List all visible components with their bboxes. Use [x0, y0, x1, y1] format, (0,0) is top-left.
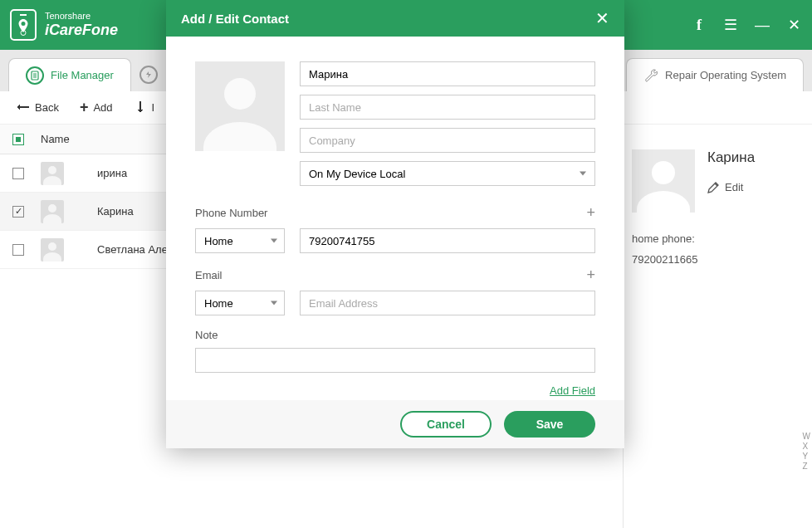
add-phone-button[interactable]: +: [586, 204, 595, 222]
email-section-label: Email: [195, 269, 223, 281]
avatar-icon: [632, 149, 695, 213]
import-button[interactable]: 🠗 I: [134, 100, 155, 115]
tab-label: Repair Operating System: [665, 69, 786, 81]
arrow-left-icon: 🠔: [17, 100, 30, 115]
detail-contact-name: Карина: [707, 149, 755, 166]
note-label: Note: [195, 329, 218, 341]
add-field-link[interactable]: Add Field: [550, 384, 595, 397]
contact-name: Карина: [97, 205, 134, 218]
plus-icon: +: [80, 99, 89, 116]
phone-label: home phone:: [632, 229, 804, 250]
alpha-letter[interactable]: W: [803, 432, 810, 441]
brand-title: iCareFone: [45, 22, 118, 40]
email-type-value: Home: [204, 297, 233, 310]
avatar-placeholder[interactable]: [195, 61, 285, 151]
modal-title: Add / Edit Contact: [181, 12, 289, 26]
alpha-letter[interactable]: Z: [803, 462, 810, 471]
brand-subtitle: Tenorshare: [45, 11, 118, 22]
edit-icon: [707, 181, 720, 193]
first-name-input[interactable]: [300, 61, 595, 86]
avatar-icon: [41, 200, 64, 223]
email-input[interactable]: [300, 291, 595, 315]
modal-header: Add / Edit Contact ✕: [166, 0, 624, 37]
file-icon: [26, 66, 44, 85]
back-button[interactable]: 🠔 Back: [17, 100, 59, 115]
location-select[interactable]: On My Device Local: [300, 161, 595, 186]
avatar-icon: [41, 162, 64, 185]
alpha-letter[interactable]: Y: [803, 452, 810, 461]
phone-value: 79200211665: [632, 250, 804, 271]
column-name: Name: [41, 133, 70, 145]
menu-icon[interactable]: ☰: [722, 16, 739, 34]
facebook-icon[interactable]: f: [691, 17, 707, 34]
close-icon[interactable]: ✕: [595, 8, 609, 28]
avatar-icon: [41, 238, 64, 262]
modal-footer: Cancel Save: [166, 400, 624, 448]
tab-repair-os[interactable]: Repair Operating System: [626, 58, 804, 91]
tab-file-manager[interactable]: File Manager: [8, 58, 131, 91]
phone-section-label: Phone Number: [195, 207, 267, 219]
tab-label: File Manager: [51, 69, 114, 81]
edit-contact-modal: Add / Edit Contact ✕ On My Device Local …: [166, 0, 624, 448]
contact-name: ирина: [97, 167, 127, 179]
note-input[interactable]: [195, 348, 595, 373]
minimize-button[interactable]: —: [754, 17, 770, 34]
alpha-letter[interactable]: X: [803, 442, 810, 451]
phone-device-icon: [10, 9, 37, 41]
edit-label: Edit: [725, 181, 743, 193]
wrench-icon: [643, 68, 658, 83]
add-button[interactable]: + Add: [80, 99, 113, 116]
import-label: I: [152, 101, 155, 114]
phone-type-select[interactable]: Home: [195, 228, 285, 253]
select-all-checkbox[interactable]: [12, 134, 24, 145]
location-value: On My Device Local: [309, 168, 405, 180]
detail-panel: Карина Edit home phone: 79200211665 W X …: [623, 125, 812, 528]
company-input[interactable]: [300, 128, 595, 153]
phone-number-input[interactable]: [300, 228, 595, 253]
cancel-button[interactable]: Cancel: [400, 411, 492, 438]
phone-type-value: Home: [204, 235, 233, 247]
row-checkbox[interactable]: [12, 244, 24, 256]
close-button[interactable]: ✕: [785, 16, 802, 34]
arrow-down-icon: 🠗: [134, 100, 147, 115]
app-logo: Tenorshare iCareFone: [10, 9, 118, 41]
email-type-select[interactable]: Home: [195, 291, 285, 315]
speedup-icon: [139, 66, 158, 84]
back-label: Back: [35, 101, 59, 114]
add-email-button[interactable]: +: [586, 266, 595, 284]
edit-button[interactable]: Edit: [707, 181, 755, 193]
save-button[interactable]: Save: [504, 411, 595, 438]
tab-other[interactable]: [131, 58, 166, 91]
row-checkbox[interactable]: [12, 168, 24, 179]
add-label: Add: [93, 101, 112, 114]
row-checkbox[interactable]: [12, 206, 24, 218]
alpha-index[interactable]: W X Y Z: [803, 432, 810, 471]
last-name-input[interactable]: [300, 95, 595, 120]
